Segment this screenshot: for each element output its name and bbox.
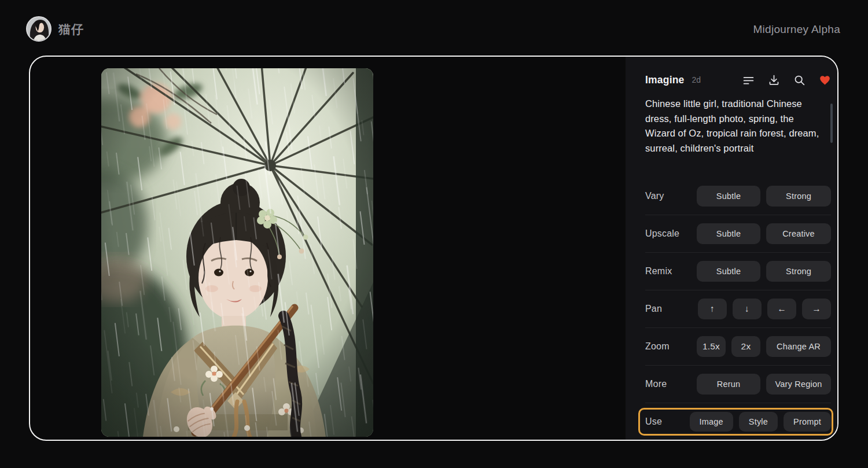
action-row-zoom: Zoom 1.5x 2x Change AR [645, 328, 831, 366]
change-ar-button[interactable]: Change AR [766, 336, 831, 357]
action-row-remix: Remix Subtle Strong [645, 253, 831, 290]
generated-image[interactable] [101, 68, 373, 437]
use-image-button[interactable]: Image [690, 412, 733, 432]
row-label-vary: Vary [645, 191, 664, 201]
vary-strong-button[interactable]: Strong [766, 186, 831, 207]
remix-subtle-button[interactable]: Subtle [697, 261, 760, 282]
row-label-upscale: Upscale [645, 229, 679, 239]
vary-subtle-button[interactable]: Subtle [697, 186, 760, 207]
action-row-upscale: Upscale Subtle Creative [645, 215, 831, 253]
avatar-photo [27, 17, 50, 40]
sidebar-header: Imagine 2d [645, 71, 831, 89]
pan-right-button[interactable]: → [802, 299, 831, 319]
action-row-use: Use Image Style Prompt [645, 403, 831, 440]
job-panel: Imagine 2d Chinese little girl, traditio… [29, 56, 838, 441]
action-row-more: More Rerun Vary Region [645, 366, 831, 403]
pan-left-button[interactable]: ← [767, 299, 796, 319]
row-label-zoom: Zoom [645, 341, 670, 352]
remix-strong-button[interactable]: Strong [766, 261, 831, 282]
job-type-title: Imagine [645, 74, 685, 86]
use-style-button[interactable]: Style [739, 412, 778, 432]
upscale-subtle-button[interactable]: Subtle [697, 223, 760, 244]
app-title: Midjourney Alpha [753, 23, 840, 36]
action-row-vary: Vary Subtle Strong [645, 178, 831, 215]
pan-up-button[interactable]: ↑ [698, 299, 727, 319]
username[interactable]: 猫仔 [58, 21, 84, 38]
row-label-use: Use [645, 417, 662, 427]
row-label-more: More [645, 379, 667, 389]
row-label-remix: Remix [645, 266, 672, 277]
heart-icon[interactable] [819, 74, 831, 86]
zoom-1-5x-button[interactable]: 1.5x [697, 336, 726, 357]
prompt-scrollbar[interactable] [830, 104, 833, 143]
vary-region-button[interactable]: Vary Region [766, 374, 831, 395]
search-icon[interactable] [793, 74, 806, 86]
upscale-creative-button[interactable]: Creative [766, 223, 831, 244]
pan-down-button[interactable]: ↓ [733, 299, 762, 319]
use-prompt-button[interactable]: Prompt [784, 412, 831, 432]
action-rows: Vary Subtle Strong Upscale Subtle Creati… [645, 178, 831, 440]
download-icon[interactable] [768, 74, 780, 86]
prompt-text: Chinese little girl, traditional Chinese… [645, 97, 820, 156]
rerun-button[interactable]: Rerun [697, 374, 760, 395]
row-label-pan: Pan [645, 304, 662, 314]
user-avatar[interactable] [26, 16, 52, 42]
sort-icon[interactable] [742, 74, 755, 86]
zoom-2x-button[interactable]: 2x [731, 336, 760, 357]
job-age: 2d [692, 75, 701, 84]
job-sidebar: Imagine 2d Chinese little girl, traditio… [626, 57, 837, 440]
action-row-pan: Pan ↑ ↓ ← → [645, 290, 831, 328]
